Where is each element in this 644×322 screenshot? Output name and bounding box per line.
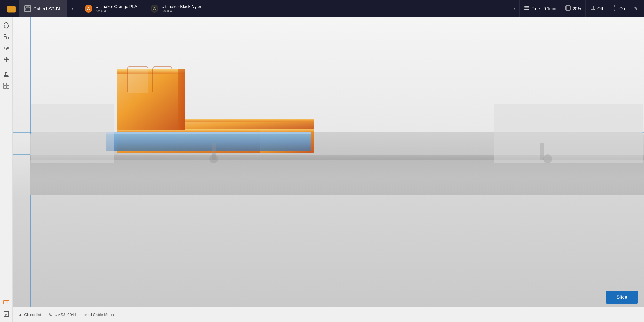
object-info: ✎ UMS3_0044 · Locked Cable Mount [49, 312, 115, 317]
sidebar-btn-support[interactable] [1, 69, 11, 80]
svg-rect-8 [524, 6, 529, 7]
svg-rect-46 [106, 132, 311, 151]
material-2-text: Ultimaker Black Nylon AA 0.4 [161, 4, 202, 13]
pencil-icon: ✎ [634, 6, 638, 12]
sidebar-btn-rotate[interactable] [1, 20, 11, 30]
infill-control[interactable]: 20% [561, 0, 585, 17]
object-list-expand[interactable]: ▲ Object list [18, 312, 41, 317]
material-2-nozzle: AA 0.4 [161, 9, 202, 13]
slice-button[interactable]: Slice [606, 291, 638, 304]
printer-name: Cabin1-S3-BL [33, 6, 61, 11]
sidebar-btn-notes[interactable] [1, 309, 11, 319]
chevron-left-icon: ‹ [72, 6, 73, 12]
svg-rect-26 [4, 86, 6, 89]
svg-point-5 [29, 9, 29, 9]
infill-icon [565, 5, 571, 13]
svg-rect-47 [106, 132, 311, 134]
adhesion-value: On [619, 6, 625, 11]
material-1-text: Ultimaker Orange PLA AA 0.4 [95, 4, 137, 13]
build-volume-ghost-right [494, 104, 643, 163]
material-slot-1[interactable]: Ultimaker Orange PLA AA 0.4 [78, 0, 144, 17]
sidebar-btn-mesh[interactable] [1, 81, 11, 91]
shadow-col-4 [543, 154, 552, 163]
svg-rect-22 [5, 72, 7, 75]
svg-rect-40 [178, 69, 185, 130]
svg-rect-41 [127, 66, 148, 93]
chevron-left-icon-2: ‹ [513, 6, 515, 12]
svg-point-31 [7, 302, 7, 302]
adhesion-control[interactable]: On [607, 0, 629, 17]
support-icon [590, 5, 596, 13]
sidebar-btn-scale[interactable] [1, 32, 11, 42]
svg-rect-32 [4, 311, 9, 317]
svg-rect-9 [524, 7, 529, 8]
material-2-icon [151, 5, 158, 13]
svg-point-30 [6, 302, 6, 302]
svg-rect-16 [591, 9, 595, 10]
svg-point-29 [4, 302, 5, 302]
object-list-label: Object list [24, 312, 41, 317]
material-1-name: Ultimaker Orange PLA [95, 4, 137, 9]
build-volume-ghost-left [31, 104, 114, 163]
layers-icon [524, 5, 530, 13]
sidebar-separator-2 [2, 295, 10, 295]
infill-value: 20% [573, 6, 581, 11]
sidebar-separator-1 [2, 67, 10, 67]
print-quality-control[interactable]: Fine - 0.1mm [519, 0, 560, 17]
svg-point-7 [152, 7, 157, 11]
expand-icon: ▲ [18, 312, 22, 317]
svg-rect-23 [4, 76, 8, 77]
nav-back-button[interactable]: ‹ [67, 0, 78, 17]
material-2-name: Ultimaker Black Nylon [161, 4, 202, 9]
svg-rect-19 [7, 37, 9, 39]
sidebar-btn-mirror[interactable] [1, 43, 11, 53]
sidebar-btn-chat[interactable] [1, 298, 11, 308]
support-control[interactable]: Off [585, 0, 607, 17]
svg-point-6 [86, 7, 91, 11]
raft-svg [106, 132, 314, 156]
slice-button-area: Slice [606, 291, 638, 304]
svg-rect-24 [4, 83, 6, 86]
shadow-col-3 [209, 154, 218, 163]
sidebar [0, 17, 13, 322]
adhesion-icon [612, 5, 617, 13]
svg-rect-25 [7, 83, 9, 86]
support-value: Off [597, 6, 603, 11]
pencil-icon: ✎ [49, 312, 52, 317]
folder-button[interactable] [4, 0, 19, 17]
edit-button[interactable]: ✎ [631, 4, 640, 13]
topbar: Cabin1-S3-BL ‹ Ultimaker Orange PLA AA 0… [0, 0, 644, 17]
material-1-icon [85, 5, 92, 13]
model-raft [106, 132, 314, 154]
print-quality-value: Fine - 0.1mm [532, 6, 556, 11]
printer-tab[interactable]: Cabin1-S3-BL [19, 0, 67, 17]
material-slot-2[interactable]: Ultimaker Black Nylon AA 0.4 [144, 0, 209, 17]
svg-rect-18 [4, 34, 6, 36]
svg-rect-15 [592, 6, 594, 9]
svg-rect-27 [7, 86, 9, 89]
svg-line-20 [6, 36, 7, 37]
material-1-nozzle: AA 0.4 [95, 9, 137, 13]
svg-rect-43 [185, 119, 314, 122]
bottom-separator [45, 311, 45, 318]
bottombar: ▲ Object list ✎ UMS3_0044 · Locked Cable… [13, 307, 644, 322]
nav-prev-button[interactable]: ‹ [509, 0, 519, 17]
sidebar-btn-move[interactable] [1, 54, 11, 64]
object-name: UMS3_0044 · Locked Cable Mount [55, 312, 115, 317]
printer-icon [24, 5, 31, 12]
viewport [13, 17, 644, 322]
svg-rect-10 [524, 9, 529, 10]
